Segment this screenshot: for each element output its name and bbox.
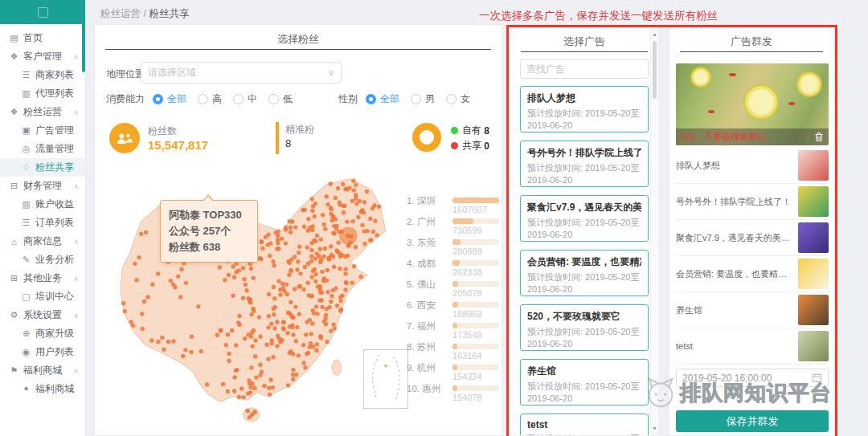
send-panel-title: 广告群发	[669, 27, 833, 51]
ad-card[interactable]: 会员营销: 要温度，也要精准度 预计投放时间: 2019-05-20至 2019…	[520, 250, 649, 296]
region-select[interactable]: 请选择区域 ∨	[141, 62, 342, 84]
sidebar-item[interactable]: ✦ 福利商城	[0, 380, 85, 398]
sidebar-item[interactable]: ⚑ 福利商城 ∧	[0, 361, 85, 380]
city-rank-row: 2. 广州 730599	[407, 216, 502, 237]
city-rank-bar	[452, 198, 499, 203]
ad-card[interactable]: 520，不要玫瑰就要它 预计投放时间: 2019-05-20至 2019-06-…	[520, 304, 649, 351]
city-rank-bar	[452, 323, 499, 328]
sidebar-item-icon: ◉	[20, 347, 32, 357]
sidebar-item[interactable]: ⊟ 财务管理 ∧	[0, 177, 85, 195]
scroll-up-icon[interactable]: ▲	[651, 31, 658, 37]
queue-item[interactable]: 聚食汇v7.9，遇见春天的美好与希望	[676, 220, 829, 256]
ad-card[interactable]: tetst 预计投放时间: 2019-05-18至 2019-	[520, 414, 649, 436]
ad-card-schedule: 预计投放时间: 2019-05-20至 2019-06-20	[527, 162, 641, 186]
sidebar-menu: ▤ 首页 ❖ 客户管理 ∧ ☰ 商家列表 ▥	[0, 24, 85, 398]
sidebar-item[interactable]: ▤ 首页	[0, 29, 85, 47]
breadcrumb-section[interactable]: 粉丝运营	[100, 8, 141, 19]
sidebar-item[interactable]: ▣ 广告管理	[0, 121, 85, 140]
scroll-down-icon[interactable]: ▼	[651, 426, 658, 431]
ad-search-input[interactable]	[520, 59, 649, 79]
trash-icon[interactable]	[814, 132, 824, 142]
location-label: 地理位置	[106, 67, 145, 81]
featured-ad-image[interactable]: 520，不要玫瑰就要它 ↑ ↓	[676, 63, 829, 145]
radio-option[interactable]: 全部	[153, 92, 186, 106]
radio-option[interactable]: 中	[233, 92, 257, 106]
ads-scrollbar-thumb[interactable]	[653, 41, 657, 99]
move-down-icon[interactable]: ↓	[805, 132, 810, 143]
city-rank-value: 188963	[452, 309, 482, 319]
sidebar-item[interactable]: ⊕ 商家升级	[0, 324, 85, 343]
radio-option[interactable]: 女	[446, 92, 470, 106]
radio-option[interactable]: 高	[198, 92, 222, 106]
breadcrumb-current: 粉丝共享	[149, 8, 189, 19]
radio-option[interactable]: 全部	[366, 92, 399, 106]
sidebar-item-label: 财务管理	[23, 179, 62, 193]
ad-card[interactable]: 聚食汇v7.9，遇见春天的美好与希望 预计投放时间: 2019-05-20至 2…	[520, 195, 649, 242]
queue-item[interactable]: 号外号外！排队学院上线了！	[676, 184, 829, 220]
city-rank-label: 3. 东莞	[407, 237, 436, 249]
map-tooltip: 阿勒泰 TOP330 公众号 257个 粉丝数 638	[160, 200, 258, 263]
sidebar-item[interactable]: ▢ 培训中心	[0, 287, 85, 306]
donut-ring-icon	[412, 123, 441, 152]
sidebar-item-label: 广告管理	[35, 124, 74, 137]
queue-item[interactable]: 养生馆	[676, 292, 829, 328]
sidebar-item[interactable]: ☰ 订单列表	[0, 214, 85, 232]
sidebar-item[interactable]: ◉ 用户列表	[0, 343, 85, 361]
tooltip-line2: 公众号 257个	[169, 223, 249, 239]
gender-options: 全部 男 女	[366, 92, 481, 106]
sidebar-item[interactable]: ❖ 客户管理 ∧	[0, 47, 85, 66]
queue-item[interactable]: tetst	[676, 328, 829, 365]
move-up-icon[interactable]: ↑	[796, 132, 801, 143]
sidebar-scrollbar-thumb[interactable]	[82, 13, 85, 72]
sidebar-item-label: 商家升级	[35, 327, 74, 340]
sidebar-item[interactable]: ▥ 代理列表	[0, 84, 85, 103]
featured-caption: 520，不要玫瑰就要它	[681, 131, 792, 143]
chevron-up-icon: ∧	[73, 367, 79, 375]
sidebar-item[interactable]: ⚙ 系统设置 ∧	[0, 306, 85, 324]
city-rank-label: 4. 成都	[407, 258, 436, 270]
city-rank-label: 7. 福州	[407, 320, 436, 332]
ad-card[interactable]: 养生馆 预计投放时间: 2019-05-20至 2019-06-20	[520, 359, 649, 405]
queue-item[interactable]: 排队人梦想	[676, 148, 829, 184]
sidebar-item[interactable]: ◎ 流量管理	[0, 140, 85, 158]
sidebar-item[interactable]: ☰ 商家列表	[0, 66, 85, 84]
city-rank-value: 154324	[452, 372, 482, 381]
sidebar-item-icon: ⚙	[8, 310, 20, 320]
sidebar-item-icon: ▥	[20, 199, 32, 210]
sidebar-item-icon: ❖	[8, 51, 20, 62]
select-fans-panel: 选择粉丝 地理位置 请选择区域 ∨ 消费能力 全部 高	[94, 24, 502, 436]
sidebar-item[interactable]: ✎ 业务分析	[0, 251, 85, 269]
sidebar-item-label: 用户列表	[35, 345, 74, 359]
city-rank-row: 9. 杭州 154324	[407, 362, 502, 383]
radio-icon	[366, 94, 376, 104]
queue-item[interactable]: 会员营销: 要温度，也要精准度	[676, 256, 829, 292]
radio-icon	[268, 94, 279, 104]
sidebar-item-icon: ⊕	[20, 328, 32, 339]
city-rank-value: 730599	[452, 226, 482, 235]
legend-dot-icon	[451, 142, 458, 149]
queue-item-label: 排队人梦想	[676, 160, 793, 172]
stats-divider-bar	[276, 122, 279, 154]
sidebar-item[interactable]: ❖ 粉丝运营 ∧	[0, 103, 85, 121]
ad-card-schedule: 预计投放时间: 2019-05-20至 2019-06-20	[527, 271, 641, 295]
legend-value: 8	[484, 125, 489, 137]
south-sea-inset	[363, 349, 408, 409]
ad-card-title: tetst	[527, 419, 641, 430]
sidebar-item-label: 福利商城	[35, 382, 74, 396]
sidebar-item[interactable]: ⌂ 商家信息 ∧	[0, 232, 85, 251]
radio-label: 高	[212, 92, 222, 106]
save-and-send-button[interactable]: 保存并群发	[676, 410, 829, 432]
sidebar-item[interactable]: ⊞ 其他业务 ∧	[0, 269, 85, 287]
ads-scrollbar[interactable]: ▲ ▼	[650, 29, 659, 434]
radio-option[interactable]: 低	[268, 92, 293, 106]
consumption-row: 消费能力 全部 高 中	[106, 92, 304, 106]
radio-option[interactable]: 男	[411, 92, 435, 106]
sidebar-item[interactable]: ▥ 账户收益	[0, 195, 85, 214]
fans-count-value: 15,547,817	[148, 138, 208, 152]
radio-label: 低	[283, 92, 293, 106]
datetime-picker[interactable]: 2019-05-20 16:00:00	[676, 369, 829, 387]
ad-card[interactable]: 排队人梦想 预计投放时间: 2019-05-20至 2019-06-20	[520, 86, 649, 132]
radio-icon	[153, 94, 163, 104]
sidebar-item[interactable]: ♢ 粉丝共享	[0, 158, 85, 177]
ad-card[interactable]: 号外号外！排队学院上线了！ 预计投放时间: 2019-05-20至 2019-0…	[520, 141, 649, 187]
